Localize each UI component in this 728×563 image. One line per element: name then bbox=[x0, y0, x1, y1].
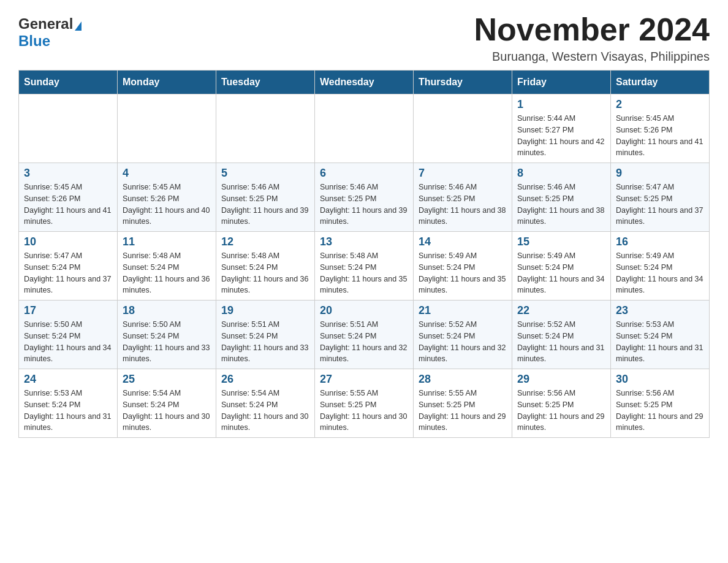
calendar-cell: 13Sunrise: 5:48 AMSunset: 5:24 PMDayligh… bbox=[315, 232, 414, 301]
calendar-cell: 15Sunrise: 5:49 AMSunset: 5:24 PMDayligh… bbox=[512, 232, 611, 301]
calendar-cell bbox=[315, 94, 414, 163]
day-info: Sunrise: 5:45 AMSunset: 5:26 PMDaylight:… bbox=[123, 182, 211, 228]
calendar-cell: 28Sunrise: 5:55 AMSunset: 5:25 PMDayligh… bbox=[414, 369, 512, 438]
day-number: 16 bbox=[616, 236, 704, 248]
day-info: Sunrise: 5:48 AMSunset: 5:24 PMDaylight:… bbox=[320, 250, 408, 296]
day-info: Sunrise: 5:51 AMSunset: 5:24 PMDaylight:… bbox=[320, 319, 408, 365]
day-info: Sunrise: 5:48 AMSunset: 5:24 PMDaylight:… bbox=[221, 250, 309, 296]
calendar-table: SundayMondayTuesdayWednesdayThursdayFrid… bbox=[18, 70, 710, 438]
day-number: 23 bbox=[616, 304, 704, 317]
day-number: 28 bbox=[419, 373, 507, 386]
day-info: Sunrise: 5:53 AMSunset: 5:24 PMDaylight:… bbox=[616, 319, 704, 365]
calendar-week-row: 24Sunrise: 5:53 AMSunset: 5:24 PMDayligh… bbox=[19, 369, 710, 438]
location-title: Buruanga, Western Visayas, Philippines bbox=[474, 50, 710, 64]
day-info: Sunrise: 5:48 AMSunset: 5:24 PMDaylight:… bbox=[123, 250, 211, 296]
day-info: Sunrise: 5:46 AMSunset: 5:25 PMDaylight:… bbox=[221, 182, 309, 228]
weekday-header-friday: Friday bbox=[512, 71, 611, 94]
day-number: 4 bbox=[123, 167, 211, 180]
page-header: General Blue November 2024 Buruanga, Wes… bbox=[18, 12, 710, 64]
calendar-cell bbox=[216, 94, 315, 163]
day-number: 22 bbox=[517, 304, 605, 317]
calendar-cell: 20Sunrise: 5:51 AMSunset: 5:24 PMDayligh… bbox=[315, 301, 414, 369]
day-number: 30 bbox=[616, 373, 704, 386]
day-info: Sunrise: 5:53 AMSunset: 5:24 PMDaylight:… bbox=[24, 388, 112, 434]
day-info: Sunrise: 5:54 AMSunset: 5:24 PMDaylight:… bbox=[123, 388, 211, 434]
weekday-header-row: SundayMondayTuesdayWednesdayThursdayFrid… bbox=[19, 71, 710, 94]
calendar-cell: 4Sunrise: 5:45 AMSunset: 5:26 PMDaylight… bbox=[118, 163, 216, 232]
day-number: 3 bbox=[24, 167, 112, 180]
calendar-cell: 3Sunrise: 5:45 AMSunset: 5:26 PMDaylight… bbox=[19, 163, 118, 232]
calendar-week-row: 1Sunrise: 5:44 AMSunset: 5:27 PMDaylight… bbox=[19, 94, 710, 163]
calendar-cell: 27Sunrise: 5:55 AMSunset: 5:25 PMDayligh… bbox=[315, 369, 414, 438]
day-number: 26 bbox=[221, 373, 309, 386]
day-info: Sunrise: 5:55 AMSunset: 5:25 PMDaylight:… bbox=[419, 388, 507, 434]
day-number: 6 bbox=[320, 167, 408, 180]
logo-general-row: General bbox=[18, 15, 82, 33]
title-area: November 2024 Buruanga, Western Visayas,… bbox=[474, 12, 710, 64]
day-info: Sunrise: 5:51 AMSunset: 5:24 PMDaylight:… bbox=[221, 319, 309, 365]
calendar-cell: 12Sunrise: 5:48 AMSunset: 5:24 PMDayligh… bbox=[216, 232, 315, 301]
day-info: Sunrise: 5:49 AMSunset: 5:24 PMDaylight:… bbox=[419, 250, 507, 296]
day-info: Sunrise: 5:47 AMSunset: 5:25 PMDaylight:… bbox=[616, 182, 704, 228]
day-number: 15 bbox=[517, 236, 605, 248]
day-number: 24 bbox=[24, 373, 112, 386]
logo-blue-row: Blue bbox=[18, 33, 50, 50]
calendar-cell: 30Sunrise: 5:56 AMSunset: 5:25 PMDayligh… bbox=[611, 369, 710, 438]
day-info: Sunrise: 5:52 AMSunset: 5:24 PMDaylight:… bbox=[517, 319, 605, 365]
day-info: Sunrise: 5:47 AMSunset: 5:24 PMDaylight:… bbox=[24, 250, 112, 296]
day-number: 20 bbox=[320, 304, 408, 317]
day-number: 17 bbox=[24, 304, 112, 317]
calendar-cell: 11Sunrise: 5:48 AMSunset: 5:24 PMDayligh… bbox=[118, 232, 216, 301]
day-number: 1 bbox=[517, 98, 605, 111]
calendar-cell: 25Sunrise: 5:54 AMSunset: 5:24 PMDayligh… bbox=[118, 369, 216, 438]
day-number: 8 bbox=[517, 167, 605, 180]
day-info: Sunrise: 5:50 AMSunset: 5:24 PMDaylight:… bbox=[24, 319, 112, 365]
logo: General Blue bbox=[18, 12, 82, 50]
day-number: 5 bbox=[221, 167, 309, 180]
day-info: Sunrise: 5:52 AMSunset: 5:24 PMDaylight:… bbox=[419, 319, 507, 365]
calendar-week-row: 10Sunrise: 5:47 AMSunset: 5:24 PMDayligh… bbox=[19, 232, 710, 301]
day-number: 10 bbox=[24, 236, 112, 248]
calendar-cell: 7Sunrise: 5:46 AMSunset: 5:25 PMDaylight… bbox=[414, 163, 512, 232]
calendar-cell: 24Sunrise: 5:53 AMSunset: 5:24 PMDayligh… bbox=[19, 369, 118, 438]
day-info: Sunrise: 5:54 AMSunset: 5:24 PMDaylight:… bbox=[221, 388, 309, 434]
calendar-cell: 8Sunrise: 5:46 AMSunset: 5:25 PMDaylight… bbox=[512, 163, 611, 232]
day-info: Sunrise: 5:50 AMSunset: 5:24 PMDaylight:… bbox=[123, 319, 211, 365]
day-number: 27 bbox=[320, 373, 408, 386]
calendar-cell: 29Sunrise: 5:56 AMSunset: 5:25 PMDayligh… bbox=[512, 369, 611, 438]
day-info: Sunrise: 5:55 AMSunset: 5:25 PMDaylight:… bbox=[320, 388, 408, 434]
weekday-header-wednesday: Wednesday bbox=[315, 71, 414, 94]
calendar-cell: 26Sunrise: 5:54 AMSunset: 5:24 PMDayligh… bbox=[216, 369, 315, 438]
weekday-header-saturday: Saturday bbox=[611, 71, 710, 94]
day-number: 11 bbox=[123, 236, 211, 248]
calendar-cell: 23Sunrise: 5:53 AMSunset: 5:24 PMDayligh… bbox=[611, 301, 710, 369]
day-number: 2 bbox=[616, 98, 704, 111]
calendar-cell: 9Sunrise: 5:47 AMSunset: 5:25 PMDaylight… bbox=[611, 163, 710, 232]
calendar-week-row: 3Sunrise: 5:45 AMSunset: 5:26 PMDaylight… bbox=[19, 163, 710, 232]
day-number: 13 bbox=[320, 236, 408, 248]
day-number: 7 bbox=[419, 167, 507, 180]
calendar-cell: 19Sunrise: 5:51 AMSunset: 5:24 PMDayligh… bbox=[216, 301, 315, 369]
day-info: Sunrise: 5:56 AMSunset: 5:25 PMDaylight:… bbox=[616, 388, 704, 434]
calendar-cell: 17Sunrise: 5:50 AMSunset: 5:24 PMDayligh… bbox=[19, 301, 118, 369]
calendar-cell: 22Sunrise: 5:52 AMSunset: 5:24 PMDayligh… bbox=[512, 301, 611, 369]
day-number: 25 bbox=[123, 373, 211, 386]
day-number: 29 bbox=[517, 373, 605, 386]
day-info: Sunrise: 5:46 AMSunset: 5:25 PMDaylight:… bbox=[419, 182, 507, 228]
calendar-cell: 14Sunrise: 5:49 AMSunset: 5:24 PMDayligh… bbox=[414, 232, 512, 301]
calendar-cell: 5Sunrise: 5:46 AMSunset: 5:25 PMDaylight… bbox=[216, 163, 315, 232]
weekday-header-tuesday: Tuesday bbox=[216, 71, 315, 94]
day-info: Sunrise: 5:44 AMSunset: 5:27 PMDaylight:… bbox=[517, 113, 605, 159]
calendar-week-row: 17Sunrise: 5:50 AMSunset: 5:24 PMDayligh… bbox=[19, 301, 710, 369]
day-info: Sunrise: 5:46 AMSunset: 5:25 PMDaylight:… bbox=[320, 182, 408, 228]
calendar-cell: 1Sunrise: 5:44 AMSunset: 5:27 PMDaylight… bbox=[512, 94, 611, 163]
day-number: 21 bbox=[419, 304, 507, 317]
calendar-cell: 6Sunrise: 5:46 AMSunset: 5:25 PMDaylight… bbox=[315, 163, 414, 232]
calendar-cell bbox=[414, 94, 512, 163]
day-info: Sunrise: 5:46 AMSunset: 5:25 PMDaylight:… bbox=[517, 182, 605, 228]
day-number: 9 bbox=[616, 167, 704, 180]
calendar-cell bbox=[19, 94, 118, 163]
day-number: 19 bbox=[221, 304, 309, 317]
day-number: 14 bbox=[419, 236, 507, 248]
weekday-header-thursday: Thursday bbox=[414, 71, 512, 94]
